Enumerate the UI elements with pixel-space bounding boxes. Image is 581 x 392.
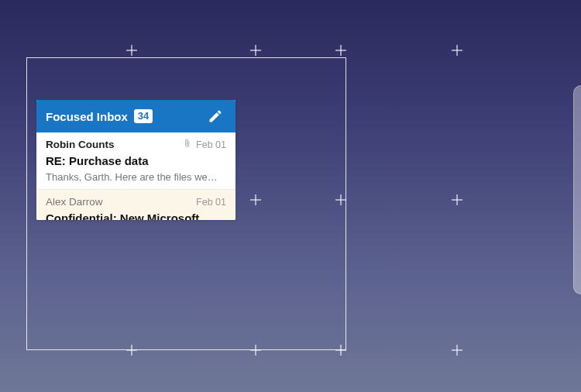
grid-plus-icon: [452, 45, 462, 56]
grid-plus-icon: [335, 194, 346, 205]
grid-plus-icon: [335, 345, 346, 356]
message-item[interactable]: Alex Darrow Feb 01 Confidential: New Mic…: [36, 190, 235, 220]
pencil-icon: [208, 108, 223, 124]
widget-title: Focused Inbox: [46, 110, 128, 123]
widget-header: Focused Inbox 34: [36, 100, 235, 132]
grid-plus-icon: [452, 194, 462, 205]
email-widget[interactable]: Focused Inbox 34 Robin Counts Feb 01 RE:…: [36, 100, 235, 220]
message-date: Feb 01: [196, 139, 226, 152]
unread-count-badge: 34: [134, 109, 153, 124]
grid-plus-icon: [126, 345, 137, 356]
grid-plus-icon: [250, 194, 261, 205]
compose-button[interactable]: [203, 104, 228, 129]
message-date: Feb 01: [196, 196, 226, 209]
grid-plus-icon: [250, 345, 261, 356]
edge-panel-handle[interactable]: [573, 85, 581, 294]
message-sender: Alex Darrow: [46, 195, 191, 209]
message-subject: RE: Purchase data: [46, 153, 226, 169]
paperclip-icon: [183, 138, 191, 152]
grid-plus-icon: [335, 45, 346, 56]
grid-plus-icon: [452, 345, 462, 356]
message-preview: Thanks, Garth. Here are the files we…: [46, 170, 226, 184]
message-item[interactable]: Robin Counts Feb 01 RE: Purchase data Th…: [36, 132, 235, 190]
grid-plus-icon: [250, 45, 261, 56]
message-subject: Confidential: New Microsoft: [46, 211, 226, 220]
grid-plus-icon: [126, 45, 137, 56]
message-sender: Robin Counts: [46, 138, 178, 152]
